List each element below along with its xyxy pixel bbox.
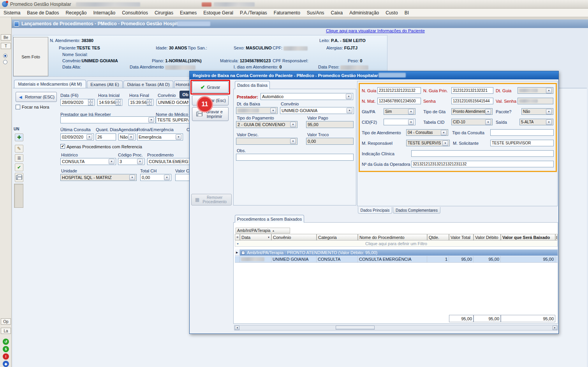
grid-cell-valor-baixado[interactable]: 95,00 — [501, 256, 555, 263]
chevron-down-icon[interactable]: ▼ — [129, 175, 135, 180]
pacote-select[interactable]: Não▼ — [521, 108, 553, 115]
chevron-down-icon[interactable]: ▼ — [86, 134, 92, 140]
n-mat-input[interactable]: 12345678901234500 — [377, 98, 421, 104]
tab-diarias-taxas[interactable]: Diárias e Taxas (Alt D) — [123, 81, 173, 88]
cid-input[interactable]: ▼ — [384, 119, 415, 125]
chevron-down-icon[interactable]: ▼ — [485, 109, 491, 114]
chevron-down-icon[interactable]: ▼ — [109, 159, 114, 164]
nome-medico-input[interactable]: TESTE SUPERVIS — [156, 116, 190, 123]
menu-item-recepcao[interactable]: Recepção — [65, 10, 86, 16]
valor-pago-input[interactable]: 95,00 — [306, 121, 354, 128]
chevron-down-icon[interactable]: ▼ — [546, 119, 552, 125]
hora-final-input[interactable]: 15:39:56▲▼ — [129, 99, 153, 106]
list-icon[interactable]: ≣ — [15, 154, 23, 162]
tipo-gta-select[interactable]: Pronto Atendimento▼ — [451, 108, 493, 115]
chevron-down-icon[interactable]: ▼ — [270, 108, 276, 113]
guia-operadora-input[interactable]: 3213212123132121321231132 — [411, 161, 554, 167]
confirm-check-icon[interactable]: ✔ — [15, 163, 23, 171]
focar-na-hora-checkbox[interactable] — [16, 105, 20, 109]
convenio-select[interactable]: UNIMED GOIANI — [157, 99, 190, 106]
edit-pencil-icon[interactable]: ✎ — [15, 145, 23, 153]
procedimento-input[interactable]: CONSULTA EMERGÊN — [147, 158, 190, 165]
scroll-right-icon[interactable]: ► — [553, 326, 557, 330]
prestador-select[interactable]: Automático▼ — [261, 93, 353, 100]
grid-filter-row[interactable]: ▼ Clique aqui para definir um Filtro — [235, 241, 558, 247]
chevron-down-icon[interactable]: ▼ — [176, 134, 181, 140]
scrollbar-thumb[interactable] — [336, 326, 375, 330]
hora-inicial-input[interactable]: 14:59:56▲▼ — [97, 99, 122, 106]
m-responsavel-select[interactable]: TESTE SUPERVIS▼ — [406, 140, 450, 146]
dt-guia-select[interactable]: ▼ — [518, 87, 553, 94]
historico-select[interactable]: CONSULTA▼ — [60, 158, 116, 165]
codigo-proc-select[interactable]: 3▼ — [118, 158, 144, 165]
grid-cell-valor-debito[interactable]: 95,00 — [474, 256, 501, 263]
tray-alert-icon[interactable]: ! — [3, 353, 9, 360]
add-window-icon[interactable]: ✚ — [15, 133, 23, 141]
menu-item-cirurgias[interactable]: Cirurgias — [155, 10, 173, 16]
valor-c-input[interactable] — [175, 174, 190, 181]
tipo-pagamento-select[interactable]: 2 - GUIA DE CONVENIO▼ — [236, 121, 298, 128]
scroll-left-icon[interactable]: ◄ — [235, 326, 239, 330]
saida-select[interactable]: 5-ALTA▼ — [519, 119, 553, 125]
dock-tab-la[interactable]: La — [1, 328, 11, 334]
remover-procedimento-button[interactable]: ▦ Remover Procedimento — [191, 194, 232, 205]
apenas-referencia-checkbox[interactable]: ✔ — [60, 144, 65, 149]
valor-desc-select[interactable]: ▼ — [236, 138, 298, 145]
tab-honorarios[interactable]: Honorá — [174, 81, 191, 88]
dock-tab-be[interactable]: Be — [1, 34, 11, 40]
dock-tab-t[interactable]: T — [1, 43, 11, 49]
col-header-clipped[interactable]: I — [555, 234, 558, 241]
col-header-valor-baixado[interactable]: Valor que Será Baixado — [501, 234, 555, 241]
unidade-select[interactable]: HOSPITAL SQL - MATRIZ▼ — [60, 174, 137, 181]
dt-baixa-select[interactable]: ▼ — [236, 107, 278, 114]
col-header-categoria[interactable]: Categoria — [317, 234, 358, 241]
menu-item-custo[interactable]: Custo — [386, 10, 398, 16]
total-ch-input[interactable]: 0,00▼ — [140, 174, 171, 181]
chevron-down-icon[interactable]: ▼ — [442, 140, 448, 146]
chevron-down-icon[interactable]: ▼ — [546, 88, 552, 93]
chevron-down-icon[interactable]: ▼ — [128, 134, 134, 140]
menu-item-administracao[interactable]: Administração — [349, 10, 379, 16]
spinner[interactable]: ▲▼ — [147, 99, 152, 105]
gta-pa-select[interactable]: Sim▼ — [384, 108, 415, 115]
m-solicitante-input[interactable]: TESTE SUPERVISOR — [490, 140, 554, 146]
tab-dados-principais[interactable]: Dados Principais — [358, 207, 392, 214]
chevron-down-icon[interactable]: ▼ — [441, 130, 447, 135]
filter-arrow-icon[interactable]: ▼ — [268, 236, 270, 239]
dock-tab-op[interactable]: Op — [1, 318, 11, 325]
data-f6-input[interactable]: 28/09/2020▲▼ — [60, 99, 95, 106]
tab-dados-complementares[interactable]: Dados Complementares — [393, 207, 440, 214]
rotina-emergencia-select[interactable]: Emergência▼ — [137, 133, 183, 140]
valor-troco-input[interactable]: 0,00 — [306, 138, 354, 145]
chevron-down-icon[interactable]: ▼ — [408, 119, 414, 125]
tray-refresh-icon[interactable]: ↺ — [3, 339, 9, 345]
col-header-qtde[interactable]: Qtde. — [427, 234, 449, 241]
col-header-valor-total[interactable]: Valor Total — [449, 234, 474, 241]
menu-item-faturamento[interactable]: Faturamento — [274, 10, 300, 16]
tipo-consulta-input[interactable] — [490, 129, 554, 136]
tabela-cid-select[interactable]: CID-10▼ — [451, 119, 493, 125]
n-guia-prin-input[interactable]: 3123123132132321 — [451, 87, 493, 94]
n-guia-input[interactable]: 23132121321231132 — [377, 87, 421, 94]
spinner[interactable]: ▲▼ — [116, 99, 121, 105]
grid-cell-nome[interactable]: CONSULTA EMERGÊNCIA — [358, 256, 427, 263]
col-header-data[interactable]: Data▼ — [240, 234, 271, 241]
dock-radio-1[interactable] — [3, 54, 7, 58]
menu-item-base-de-dados[interactable]: Base de Dados — [27, 10, 59, 16]
menu-item-caixa[interactable]: Caixa — [331, 10, 343, 16]
group-by-chip[interactable]: Amb/Int/PA/Terapia▲ — [236, 228, 290, 234]
prestador-recebe-select[interactable]: ▼ — [60, 116, 156, 123]
chevron-down-icon[interactable]: ▼ — [164, 175, 170, 180]
menu-item-bi[interactable]: BI — [405, 10, 409, 16]
agendada-select[interactable]: Não▼ — [118, 133, 136, 140]
chevron-down-icon[interactable]: ▼ — [148, 117, 154, 123]
col-header-valor-debito[interactable]: Valor Débito — [474, 234, 501, 241]
print-icon[interactable] — [15, 173, 23, 182]
menu-item-estoque-geral[interactable]: Estoque Geral — [203, 10, 233, 16]
tray-dollar-icon[interactable]: $ — [3, 346, 9, 352]
collapse-minus-icon[interactable]: − — [241, 251, 245, 255]
chevron-down-icon[interactable]: ▼ — [347, 108, 352, 113]
val-senha-input[interactable] — [518, 98, 553, 104]
tray-diamond-icon[interactable]: ◆ — [3, 361, 9, 367]
indicacao-clinica-input[interactable] — [411, 150, 554, 157]
